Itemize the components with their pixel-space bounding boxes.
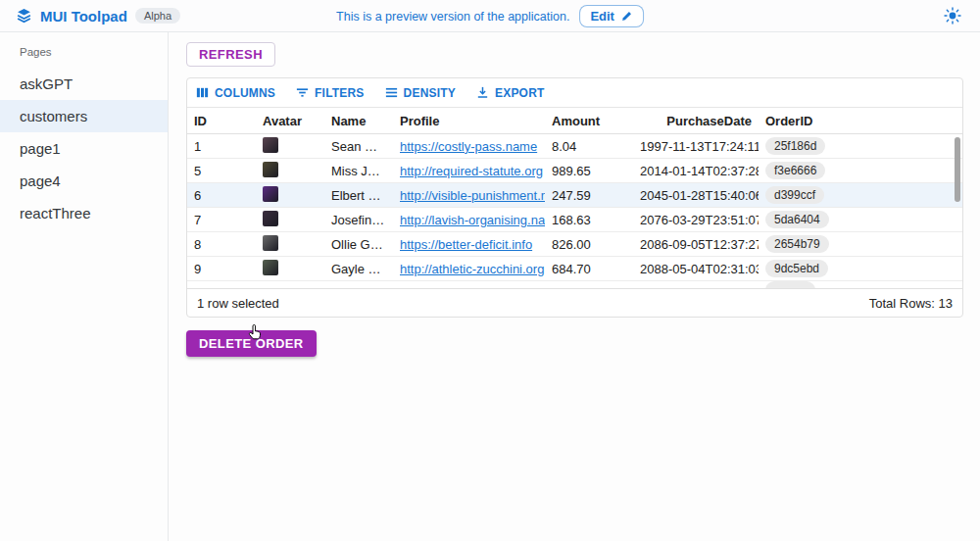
grid-header-row: ID Avatar Name Profile Amount PurchaseDa… bbox=[187, 108, 962, 134]
sidebar-item-label: page4 bbox=[20, 172, 61, 189]
filters-button[interactable]: FILTERS bbox=[295, 85, 365, 100]
filter-list-icon bbox=[295, 85, 310, 100]
cell-id: 6 bbox=[187, 188, 256, 203]
table-row[interactable]: 6 Elbert McL... http://visible-punishmen… bbox=[187, 183, 962, 208]
sidebar-item[interactable]: customers bbox=[0, 100, 168, 132]
cell-purchase-date: 2088-05-04T02:31:03.294Z bbox=[633, 262, 759, 276]
partial-next-row bbox=[187, 281, 962, 288]
profile-link[interactable]: https://better-deficit.info bbox=[400, 237, 532, 252]
cell-purchase-date: 2045-01-28T15:40:06.325Z bbox=[633, 188, 759, 203]
export-icon bbox=[475, 85, 490, 100]
column-header-id[interactable]: ID bbox=[187, 114, 256, 128]
cell-amount: 684.70 bbox=[545, 262, 633, 276]
order-id-chip: d399ccf bbox=[765, 186, 824, 204]
cell-name: Ollie Green... bbox=[324, 237, 393, 252]
theme-toggle-sun-icon[interactable] bbox=[941, 4, 964, 27]
cell-id: 7 bbox=[187, 213, 256, 227]
delete-order-button[interactable]: DELETE ORDER bbox=[186, 330, 317, 357]
density-button[interactable]: DENSITY bbox=[384, 85, 456, 100]
preview-banner-text: This is a preview version of the applica… bbox=[336, 10, 569, 24]
pencil-icon bbox=[620, 10, 633, 23]
cell-name: Sean Harris bbox=[324, 139, 393, 154]
sidebar-items: askGPT customers page1 page4 reactThree bbox=[0, 68, 168, 229]
main-content: REFRESH COLUMNS bbox=[169, 32, 980, 541]
sidebar-header: Pages bbox=[0, 38, 168, 68]
profile-link[interactable]: http://visible-punishment.net bbox=[400, 188, 545, 203]
column-header-name[interactable]: Name bbox=[324, 114, 393, 128]
cell-purchase-date: 2076-03-29T23:51:07.968Z bbox=[633, 213, 759, 227]
column-header-purchasedate[interactable]: PurchaseDate bbox=[633, 114, 759, 128]
selection-status: 1 row selected bbox=[197, 296, 279, 311]
sidebar-item-label: askGPT bbox=[20, 75, 73, 92]
cell-amount: 826.00 bbox=[545, 237, 633, 252]
order-id-chip bbox=[765, 281, 815, 288]
profile-link[interactable]: http://athletic-zucchini.org bbox=[400, 262, 544, 276]
cell-amount: 247.59 bbox=[545, 188, 633, 203]
column-header-profile[interactable]: Profile bbox=[393, 114, 545, 128]
order-id-chip: 9dc5ebd bbox=[765, 260, 828, 277]
sidebar-item[interactable]: page4 bbox=[0, 165, 168, 197]
table-row[interactable]: 7 Josefina P... http://lavish-organising… bbox=[187, 208, 962, 232]
order-id-chip: 2654b79 bbox=[765, 235, 829, 253]
cell-id: 5 bbox=[187, 164, 256, 178]
table-row[interactable]: 8 Ollie Green... https://better-deficit.… bbox=[187, 232, 962, 257]
cell-name: Miss Juan ... bbox=[324, 164, 393, 178]
profile-link[interactable]: http://lavish-organising.name bbox=[400, 213, 545, 227]
export-button[interactable]: EXPORT bbox=[475, 85, 545, 100]
density-icon bbox=[384, 85, 399, 100]
sidebar-item-label: reactThree bbox=[20, 205, 91, 221]
sidebar: Pages askGPT customers page1 page4 react… bbox=[0, 32, 169, 541]
filters-button-label: FILTERS bbox=[315, 86, 365, 100]
view-column-icon bbox=[195, 85, 210, 100]
table-row[interactable]: 9 Gayle Den... http://athletic-zucchini.… bbox=[187, 257, 962, 281]
refresh-button[interactable]: REFRESH bbox=[186, 42, 275, 67]
cell-name: Gayle Den... bbox=[324, 262, 393, 276]
alpha-badge: Alpha bbox=[135, 8, 180, 24]
total-rows: Total Rows: 13 bbox=[869, 296, 953, 311]
cell-purchase-date: 2014-01-14T02:37:28.536Z bbox=[633, 164, 759, 178]
column-header-orderid[interactable]: OrderID bbox=[759, 114, 962, 128]
order-id-chip: 25f186d bbox=[765, 137, 825, 155]
data-grid: COLUMNS FILTERS DE bbox=[186, 77, 963, 318]
order-id-chip: 5da6404 bbox=[765, 211, 829, 228]
table-row[interactable]: 1 Sean Harris https://costly-pass.name 8… bbox=[187, 134, 962, 159]
toolpad-logo-icon bbox=[16, 8, 32, 25]
sidebar-item[interactable]: page1 bbox=[0, 132, 168, 165]
sidebar-item[interactable]: askGPT bbox=[0, 68, 168, 100]
export-button-label: EXPORT bbox=[495, 86, 545, 100]
cell-id: 8 bbox=[187, 237, 256, 252]
edit-button-label: Edit bbox=[590, 9, 614, 24]
columns-button[interactable]: COLUMNS bbox=[195, 85, 275, 100]
app-bar: MUI Toolpad Alpha This is a preview vers… bbox=[0, 0, 980, 32]
cell-name: Elbert McL... bbox=[324, 188, 393, 203]
avatar-image bbox=[263, 186, 278, 202]
cell-amount: 989.65 bbox=[545, 164, 633, 178]
avatar-image bbox=[263, 235, 278, 251]
order-id-chip: f3e6666 bbox=[765, 162, 825, 179]
sidebar-item-label: page1 bbox=[20, 140, 61, 157]
grid-rows: 1 Sean Harris https://costly-pass.name 8… bbox=[187, 134, 962, 281]
column-header-avatar[interactable]: Avatar bbox=[256, 114, 324, 128]
cell-purchase-date: 1997-11-13T17:24:11.769Z bbox=[633, 139, 759, 154]
cell-id: 9 bbox=[187, 262, 256, 276]
avatar-image bbox=[263, 162, 278, 177]
column-header-amount[interactable]: Amount bbox=[545, 114, 633, 128]
profile-link[interactable]: https://costly-pass.name bbox=[400, 139, 537, 154]
app-title: MUI Toolpad bbox=[40, 8, 127, 25]
grid-footer: 1 row selected Total Rows: 13 bbox=[187, 288, 962, 317]
edit-button[interactable]: Edit bbox=[579, 5, 644, 27]
cell-id: 1 bbox=[187, 139, 256, 154]
avatar-image bbox=[263, 260, 278, 275]
sidebar-item[interactable]: reactThree bbox=[0, 197, 168, 229]
avatar-image bbox=[263, 211, 278, 226]
table-row[interactable]: 5 Miss Juan ... http://required-statute.… bbox=[187, 159, 962, 183]
columns-button-label: COLUMNS bbox=[215, 86, 275, 100]
cell-amount: 168.63 bbox=[545, 213, 633, 227]
cell-name: Josefina P... bbox=[324, 213, 393, 227]
sidebar-item-label: customers bbox=[20, 108, 87, 124]
avatar-image bbox=[263, 137, 278, 153]
profile-link[interactable]: http://required-statute.org bbox=[400, 164, 543, 178]
cell-amount: 8.04 bbox=[545, 139, 633, 154]
cell-purchase-date: 2086-09-05T12:37:27.015Z bbox=[633, 237, 759, 252]
vertical-scrollbar-thumb[interactable] bbox=[955, 137, 960, 202]
